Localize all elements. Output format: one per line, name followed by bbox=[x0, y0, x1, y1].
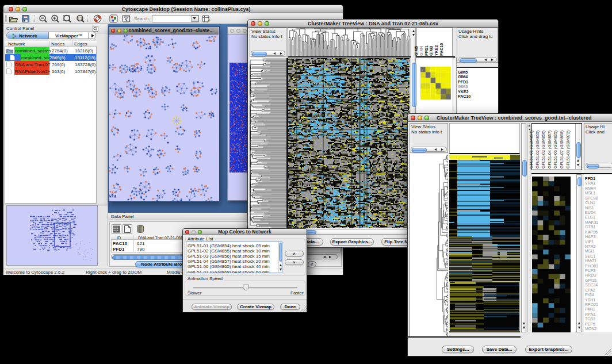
svg-text:1:1: 1:1 bbox=[78, 17, 82, 20]
